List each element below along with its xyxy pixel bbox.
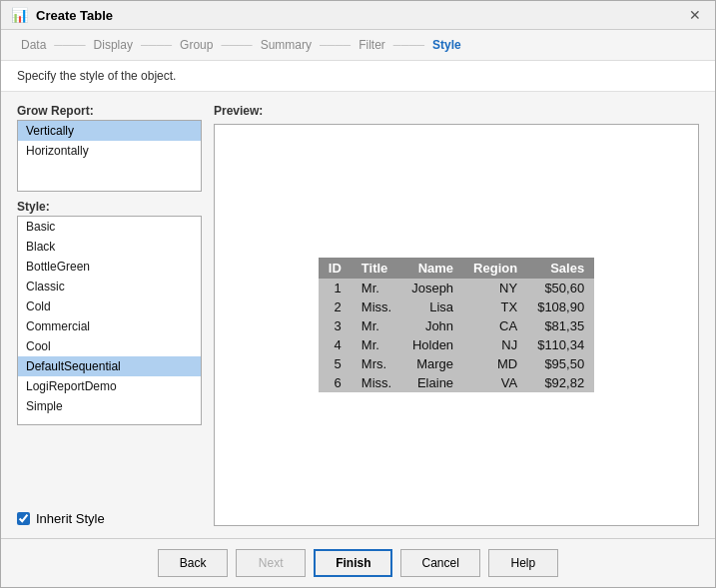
style-defaultsequential[interactable]: DefaultSequential (18, 356, 201, 376)
grow-report-section: Grow Report: Vertically Horizontally (17, 104, 202, 192)
subtitle-text: Specify the style of the object. (1, 61, 715, 92)
right-panel: Preview: ID Title Name Region Sales 1Mr.… (214, 104, 699, 526)
title-bar: 📊 Create Table ✕ (1, 1, 715, 30)
tab-data[interactable]: Data (17, 38, 50, 52)
table-cell: Miss. (352, 297, 401, 316)
style-bottlegreen[interactable]: BottleGreen (18, 257, 201, 277)
table-cell: 5 (319, 354, 352, 373)
col-header-id: ID (319, 258, 352, 279)
col-header-region: Region (463, 258, 527, 279)
style-cold[interactable]: Cold (18, 296, 201, 316)
preview-box: ID Title Name Region Sales 1Mr.JosephNY$… (214, 124, 699, 526)
table-cell: 2 (319, 297, 352, 316)
table-cell: $108,90 (527, 297, 594, 316)
table-cell: 1 (319, 279, 352, 297)
sep-1: ──── (54, 39, 85, 51)
tab-style[interactable]: Style (428, 38, 465, 52)
style-simple[interactable]: Simple (18, 396, 201, 416)
dialog-title: Create Table (36, 8, 677, 23)
create-table-dialog: 📊 Create Table ✕ Data ──── Display ──── … (0, 0, 716, 588)
inherit-style-checkbox[interactable] (17, 512, 30, 525)
sep-3: ──── (221, 39, 252, 51)
footer: Back Next Finish Cancel Help (1, 538, 715, 587)
table-cell: Joseph (401, 279, 463, 297)
table-row: 4Mr.HoldenNJ$110,34 (319, 335, 594, 354)
tab-group[interactable]: Group (176, 38, 217, 52)
table-cell: $50,60 (527, 279, 594, 297)
preview-table: ID Title Name Region Sales 1Mr.JosephNY$… (319, 258, 594, 392)
table-cell: 3 (319, 316, 352, 335)
table-cell: Mr. (352, 335, 401, 354)
inherit-style-row: Inherit Style (17, 503, 202, 526)
table-row: 6Miss.ElaineVA$92,82 (319, 373, 594, 392)
style-black[interactable]: Black (18, 237, 201, 257)
table-cell: Miss. (352, 373, 401, 392)
inherit-style-label[interactable]: Inherit Style (36, 511, 105, 526)
table-cell: MD (463, 354, 527, 373)
style-commercial[interactable]: Commercial (18, 316, 201, 336)
table-row: 1Mr.JosephNY$50,60 (319, 279, 594, 297)
table-cell: Elaine (401, 373, 463, 392)
next-button[interactable]: Next (236, 549, 306, 577)
finish-button[interactable]: Finish (314, 549, 392, 577)
table-row: 2Miss.LisaTX$108,90 (319, 297, 594, 316)
table-cell: Mr. (352, 316, 401, 335)
tab-summary[interactable]: Summary (257, 38, 316, 52)
table-cell: $92,82 (527, 373, 594, 392)
style-cool[interactable]: Cool (18, 336, 201, 356)
table-cell: Mr. (352, 279, 401, 297)
sep-4: ──── (320, 39, 351, 51)
table-cell: CA (463, 316, 527, 335)
style-label: Style: (17, 200, 202, 214)
col-header-sales: Sales (527, 258, 594, 279)
table-cell: NY (463, 279, 527, 297)
table-cell: John (401, 316, 463, 335)
back-button[interactable]: Back (158, 549, 228, 577)
main-content: Grow Report: Vertically Horizontally Sty… (1, 92, 715, 538)
table-cell: $110,34 (527, 335, 594, 354)
sep-5: ──── (393, 39, 424, 51)
preview-label: Preview: (214, 104, 699, 118)
table-cell: $95,50 (527, 354, 594, 373)
table-cell: Holden (401, 335, 463, 354)
style-classic[interactable]: Classic (18, 277, 201, 296)
sep-2: ──── (141, 39, 172, 51)
close-button[interactable]: ✕ (685, 7, 705, 23)
cancel-button[interactable]: Cancel (400, 549, 479, 577)
tab-filter[interactable]: Filter (355, 38, 389, 52)
table-cell: Lisa (401, 297, 463, 316)
table-cell: Mrs. (352, 354, 401, 373)
col-header-title: Title (352, 258, 401, 279)
table-cell: $81,35 (527, 316, 594, 335)
table-cell: VA (463, 373, 527, 392)
style-logireportdemo[interactable]: LogiReportDemo (18, 376, 201, 396)
col-header-name: Name (401, 258, 463, 279)
table-row: 3Mr.JohnCA$81,35 (319, 316, 594, 335)
grow-horizontally-item[interactable]: Horizontally (18, 141, 201, 161)
table-cell: 4 (319, 335, 352, 354)
help-button[interactable]: Help (488, 549, 558, 577)
table-cell: Marge (401, 354, 463, 373)
grow-report-label: Grow Report: (17, 104, 202, 118)
dialog-icon: 📊 (11, 7, 28, 23)
table-cell: 6 (319, 373, 352, 392)
table-row: 5Mrs.MargeMD$95,50 (319, 354, 594, 373)
grow-vertically-item[interactable]: Vertically (18, 121, 201, 141)
table-cell: NJ (463, 335, 527, 354)
style-list[interactable]: Basic Black BottleGreen Classic Cold Com… (17, 216, 202, 425)
left-panel: Grow Report: Vertically Horizontally Sty… (17, 104, 202, 526)
tab-display[interactable]: Display (90, 38, 137, 52)
grow-report-list[interactable]: Vertically Horizontally (17, 120, 202, 192)
style-basic[interactable]: Basic (18, 217, 201, 237)
wizard-tabs: Data ──── Display ──── Group ──── Summar… (1, 30, 715, 61)
table-cell: TX (463, 297, 527, 316)
style-section: Style: Basic Black BottleGreen Classic C… (17, 200, 202, 425)
